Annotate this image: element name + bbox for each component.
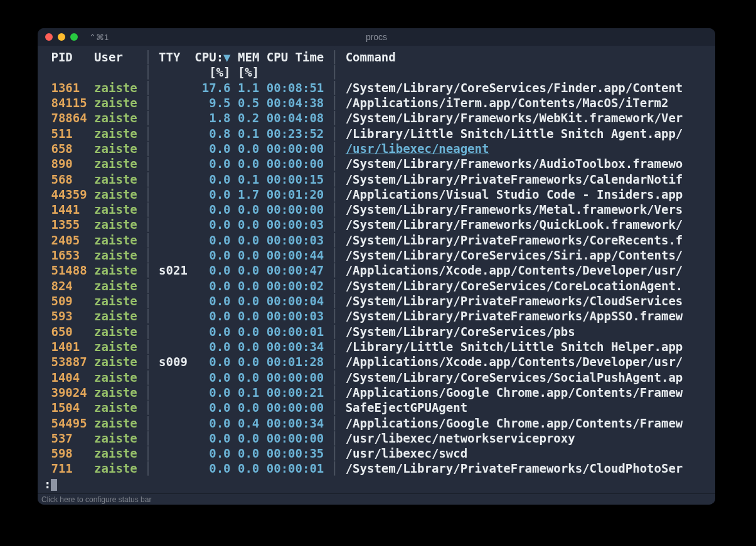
process-time: 00:04:08 <box>267 111 324 125</box>
minimize-icon[interactable] <box>58 33 65 41</box>
process-cpu: 0.0 <box>194 187 230 201</box>
tab-label: ⌃⌘1 <box>89 33 109 42</box>
process-command: /System/Library/Frameworks/Metal.framewo… <box>346 202 683 216</box>
process-tty <box>159 416 188 430</box>
process-tty <box>159 142 188 155</box>
process-cpu: 0.0 <box>194 248 230 262</box>
process-mem: 0.0 <box>238 370 259 384</box>
process-time: 00:00:00 <box>267 157 324 171</box>
process-pid: 53887 <box>51 355 87 369</box>
process-time: 00:00:35 <box>267 446 324 460</box>
process-command: /System/Library/PrivateFrameworks/AppSSO… <box>346 309 683 323</box>
process-command: /Applications/Xcode.app/Contents/Develop… <box>346 263 683 277</box>
process-command: /System/Library/Frameworks/AudioToolbox.… <box>346 157 683 171</box>
status-bar[interactable]: Click here to configure status bar <box>38 493 715 505</box>
process-time: 00:00:03 <box>267 309 324 323</box>
terminal-output[interactable]: PID User │ TTY CPU:▼ MEM CPU Time │ Comm… <box>38 46 715 493</box>
process-user: zaiste <box>94 111 137 125</box>
process-time: 00:00:34 <box>267 416 324 430</box>
process-command: SafeEjectGPUAgent <box>346 401 467 414</box>
process-tty <box>159 279 188 293</box>
process-mem: 0.0 <box>238 309 259 323</box>
titlebar: ⌃⌘1 procs <box>38 28 715 46</box>
process-time: 00:00:47 <box>267 263 324 277</box>
process-time: 00:23:52 <box>267 127 324 140</box>
process-command: /usr/libexec/networkserviceproxy <box>346 431 575 445</box>
process-pid: 537 <box>51 431 87 445</box>
process-cpu: 0.0 <box>194 263 230 277</box>
process-time: 00:00:00 <box>267 401 324 414</box>
process-mem: 0.0 <box>238 248 259 262</box>
process-mem: 0.0 <box>238 263 259 277</box>
process-command: /System/Library/PrivateFrameworks/CloudP… <box>346 461 683 475</box>
process-time: 00:00:44 <box>267 248 324 262</box>
process-user: zaiste <box>94 127 137 140</box>
process-mem: 0.0 <box>238 157 259 171</box>
process-tty <box>159 446 188 460</box>
process-cpu: 0.0 <box>194 218 230 231</box>
process-cpu: 0.0 <box>194 142 230 155</box>
process-mem: 0.0 <box>238 142 259 155</box>
process-command: /Applications/Google Chrome.app/Contents… <box>346 416 683 430</box>
process-pid: 1355 <box>51 218 87 231</box>
window-controls <box>45 33 78 41</box>
process-time: 00:08:51 <box>267 81 324 95</box>
process-pid: 593 <box>51 309 87 323</box>
process-cpu: 0.8 <box>194 127 230 140</box>
process-cpu: 0.0 <box>194 401 230 414</box>
process-time: 00:00:21 <box>267 386 324 399</box>
process-tty <box>159 127 188 140</box>
process-pid: 1361 <box>51 81 87 95</box>
process-time: 00:00:01 <box>267 325 324 339</box>
process-user: zaiste <box>94 157 137 171</box>
process-tty <box>159 81 188 95</box>
process-tty <box>159 431 188 445</box>
process-cpu: 0.0 <box>194 431 230 445</box>
close-icon[interactable] <box>45 33 53 41</box>
process-command: /System/Library/PrivateFrameworks/Calend… <box>346 172 683 186</box>
process-tty <box>159 294 188 308</box>
process-time: 00:00:15 <box>267 172 324 186</box>
process-mem: 0.0 <box>238 461 259 475</box>
header-user[interactable]: User <box>94 50 137 64</box>
process-command: /System/Library/Frameworks/QuickLook.fra… <box>346 218 683 231</box>
process-pid: 1504 <box>51 401 87 414</box>
process-mem: 0.0 <box>238 431 259 445</box>
process-mem: 0.0 <box>238 218 259 231</box>
zoom-icon[interactable] <box>70 33 78 41</box>
process-user: zaiste <box>94 416 137 430</box>
process-user: zaiste <box>94 401 137 414</box>
header-command[interactable]: Command <box>346 50 396 64</box>
process-tty <box>159 111 188 125</box>
process-time: 00:04:38 <box>267 96 324 110</box>
process-tty <box>159 461 188 475</box>
prompt[interactable]: : <box>44 477 51 491</box>
process-cpu: 0.0 <box>194 157 230 171</box>
header-pid[interactable]: PID <box>51 50 87 64</box>
process-cpu: 0.0 <box>194 446 230 460</box>
process-cpu: 0.0 <box>194 386 230 399</box>
process-pid: 650 <box>51 325 87 339</box>
process-tty <box>159 325 188 339</box>
process-user: zaiste <box>94 172 137 186</box>
process-time: 00:00:00 <box>267 431 324 445</box>
sort-indicator-icon: ▼ <box>223 50 230 64</box>
header-cputime[interactable]: CPU Time <box>267 50 324 64</box>
process-command[interactable]: /usr/libexec/neagent <box>346 142 489 155</box>
cursor-icon <box>51 479 57 491</box>
header-mem[interactable]: MEM <box>238 50 259 64</box>
process-time: 00:00:02 <box>267 279 324 293</box>
process-tty <box>159 218 188 231</box>
header-cpu[interactable]: CPU: <box>194 50 223 64</box>
process-pid: 1401 <box>51 340 87 354</box>
process-time: 00:01:20 <box>267 187 324 201</box>
process-time: 00:00:01 <box>267 461 324 475</box>
process-command: /Applications/Google Chrome.app/Contents… <box>346 386 683 399</box>
process-pid: 509 <box>51 294 87 308</box>
process-mem: 0.5 <box>238 96 259 110</box>
process-cpu: 9.5 <box>194 96 230 110</box>
header-tty[interactable]: TTY <box>159 50 188 64</box>
process-cpu: 0.0 <box>194 340 230 354</box>
process-cpu: 0.0 <box>194 416 230 430</box>
process-command: /Applications/Visual Studio Code - Insid… <box>346 187 683 201</box>
